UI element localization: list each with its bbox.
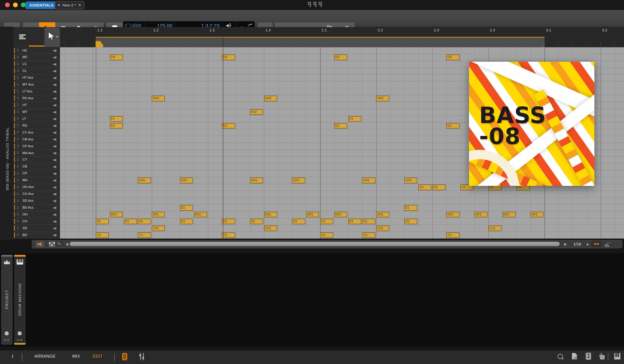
midi-note[interactable]: D1 [320, 219, 333, 224]
mute-speaker-icon[interactable] [53, 220, 57, 223]
mute-speaker-icon[interactable] [53, 227, 57, 230]
midi-note[interactable]: C1 [446, 232, 459, 238]
track-row[interactable]: 1CP [13, 170, 60, 177]
midi-note[interactable]: D1 [180, 219, 193, 224]
track-row[interactable]: 1LT [13, 116, 60, 123]
minimize-window-icon[interactable] [13, 2, 18, 7]
sidebar-tab-drum-machine[interactable]: DRUM MACHINE ⟼ [14, 255, 26, 345]
track-row[interactable]: 1SD Acc [13, 198, 60, 205]
mute-speaker-icon[interactable] [53, 131, 57, 134]
mute-speaker-icon[interactable] [53, 199, 57, 203]
track-row[interactable]: 1MA Acc [13, 150, 60, 157]
mute-speaker-icon[interactable] [53, 213, 57, 216]
midi-note[interactable]: D1 [222, 219, 235, 224]
zoom-window-icon[interactable] [21, 2, 26, 7]
midi-note[interactable]: G1 [418, 184, 431, 190]
file-browser-icon[interactable] [572, 353, 577, 360]
midi-note[interactable]: E2 [222, 123, 235, 129]
midi-note[interactable]: D1 [404, 219, 417, 224]
loop-region[interactable] [96, 37, 545, 47]
midi-note[interactable]: D#1 [264, 212, 277, 217]
mute-speaker-icon[interactable] [53, 206, 57, 209]
follow-playhead-icon[interactable] [604, 241, 611, 247]
track-row[interactable]: 1CH Acc [13, 191, 60, 198]
mute-speaker-icon[interactable] [53, 138, 57, 141]
midi-note[interactable]: E2 [110, 123, 123, 129]
midi-note[interactable]: C1 [222, 232, 235, 238]
layer-list-icon[interactable] [19, 34, 26, 39]
midi-note[interactable]: D3 [110, 55, 123, 60]
midi-note[interactable]: E1 [180, 205, 193, 211]
midi-note[interactable]: D#1 [530, 212, 544, 217]
midi-note[interactable]: D1 [250, 219, 263, 224]
view-tab-mix[interactable]: MIX [72, 354, 80, 358]
midi-note[interactable]: D1 [348, 219, 361, 224]
mute-speaker-icon[interactable] [53, 165, 57, 169]
timeline-ruler[interactable]: 1.11.21.31.42.12.22.32.43.13.2 [60, 27, 624, 47]
mute-speaker-icon[interactable] [53, 117, 57, 121]
track-row[interactable]: 1MT Acc [13, 81, 60, 88]
track-row[interactable]: 1OH Acc [13, 184, 60, 191]
tab-close-icon[interactable]: ✕ [78, 1, 81, 9]
scroll-right-icon[interactable] [564, 242, 567, 246]
midi-note[interactable]: C#1 [152, 226, 165, 231]
midi-note[interactable]: G#2 [264, 96, 277, 101]
track-row[interactable]: 1CH [13, 218, 60, 225]
midi-note[interactable]: C#1 [264, 226, 277, 231]
midi-note[interactable]: G#1 [138, 178, 151, 183]
track-row[interactable]: 1LT Acc [13, 88, 60, 95]
clip-side-strip[interactable]: 808 (BASS-08) - ANALOG TRIBAL [0, 27, 13, 240]
midi-note[interactable]: G#1 [404, 178, 417, 183]
grid-resolution-label[interactable]: 1/16 [573, 242, 581, 246]
track-row[interactable]: 1HC [13, 47, 60, 54]
view-tab-arrange[interactable]: ARRANGE [34, 354, 56, 358]
midi-note[interactable]: E2 [446, 123, 459, 129]
midi-note[interactable]: D#1 [446, 212, 459, 217]
midi-note[interactable]: E1 [404, 205, 417, 211]
midi-note[interactable]: G#2 [152, 96, 165, 101]
midi-note[interactable]: D#1 [474, 212, 487, 217]
midi-note[interactable]: D1 [362, 219, 375, 224]
monitor-speaker-icon[interactable] [586, 353, 591, 360]
mute-speaker-icon[interactable] [53, 159, 57, 162]
midi-note[interactable]: D1 [124, 219, 137, 224]
midi-note[interactable]: D#1 [502, 212, 516, 217]
mute-speaker-icon[interactable] [53, 234, 57, 237]
midi-note[interactable]: E2 [334, 123, 347, 129]
midi-note[interactable]: C#1 [489, 226, 501, 231]
track-row[interactable]: 1BD Acc [13, 205, 60, 211]
mute-speaker-icon[interactable] [53, 179, 57, 182]
mute-speaker-icon[interactable] [53, 124, 57, 128]
essentials-badge[interactable]: ESSENTIALS [25, 1, 58, 9]
midi-note[interactable]: D#1 [110, 212, 123, 217]
track-row[interactable]: 1HT [13, 102, 60, 109]
mute-speaker-icon[interactable] [53, 186, 57, 189]
mute-speaker-icon[interactable] [53, 56, 57, 59]
midi-note[interactable]: G1 [432, 184, 445, 190]
mute-speaker-icon[interactable] [53, 63, 57, 66]
project-tab[interactable]: New 2 * ✕ [55, 1, 84, 9]
midi-note[interactable]: F2 [348, 116, 361, 122]
horizontal-scrollbar-thumb[interactable] [70, 242, 560, 246]
pointer-tool-button[interactable] [44, 27, 60, 47]
midi-note[interactable]: G#1 [362, 178, 375, 183]
snap-toggle-button[interactable]: ▶|◀ [592, 241, 601, 247]
info-icon[interactable]: i [12, 353, 13, 359]
mute-speaker-icon[interactable] [53, 104, 57, 107]
midi-note[interactable]: D1 [96, 219, 109, 224]
track-row[interactable]: 1CP Acc [13, 143, 60, 150]
mute-speaker-icon[interactable] [53, 111, 57, 114]
track-row[interactable]: 1MC [13, 54, 60, 61]
view-tab-edit[interactable]: EDIT [93, 354, 103, 358]
track-row[interactable]: 1CB Acc [13, 136, 60, 143]
mute-speaker-icon[interactable] [53, 70, 57, 73]
mute-speaker-icon[interactable] [53, 145, 57, 148]
track-row[interactable]: 1SD [13, 225, 60, 232]
midi-note[interactable]: D#1 [306, 212, 319, 217]
track-row[interactable]: 1BD [13, 232, 60, 239]
midi-note[interactable]: D#1 [334, 212, 347, 217]
mixer-panel-icon[interactable] [139, 353, 146, 360]
midi-note[interactable]: D3 [446, 55, 459, 60]
midi-note[interactable]: D1 [292, 219, 305, 224]
grid-resolution-up-icon[interactable] [586, 243, 589, 245]
